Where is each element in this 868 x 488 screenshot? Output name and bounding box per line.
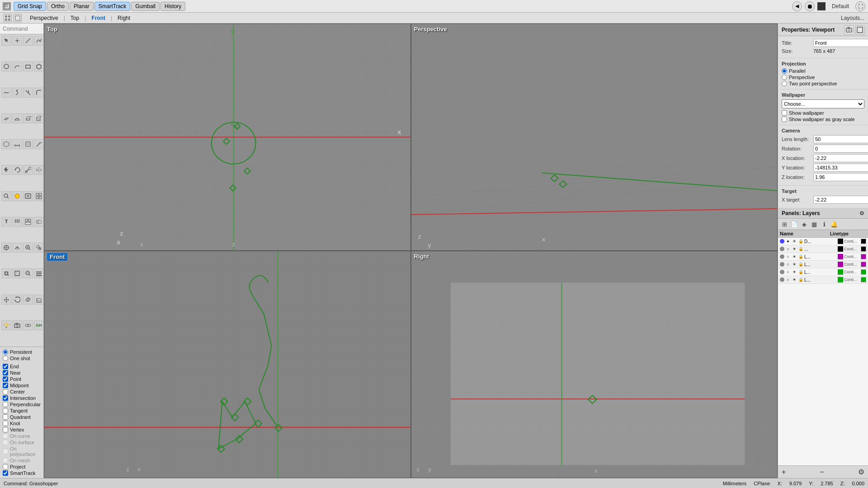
history-button[interactable]: History bbox=[160, 2, 185, 11]
zoom-tool[interactable] bbox=[23, 243, 33, 253]
layer-row[interactable]: ○ ☀ 🔒 L... Conti... bbox=[778, 276, 868, 284]
render-tool[interactable] bbox=[12, 191, 22, 201]
tangent-snap-check[interactable] bbox=[3, 408, 8, 413]
group-tool[interactable] bbox=[23, 217, 33, 227]
named-views-tool[interactable] bbox=[34, 191, 44, 201]
snap-tool[interactable] bbox=[1, 243, 11, 253]
intersection-snap-check[interactable] bbox=[3, 395, 8, 401]
smarttrack-snap-check[interactable] bbox=[3, 470, 8, 476]
oneshot-radio[interactable] bbox=[3, 356, 8, 361]
quadrant-snap-check[interactable] bbox=[3, 414, 8, 420]
trim-tool[interactable] bbox=[23, 88, 33, 98]
add-layer-button[interactable]: + bbox=[782, 468, 786, 476]
show-grayscale-check[interactable] bbox=[782, 117, 787, 122]
set-view-tool[interactable] bbox=[34, 295, 44, 305]
loft-tool[interactable] bbox=[12, 113, 22, 123]
tab-front[interactable]: Front bbox=[87, 14, 110, 22]
gumball-button[interactable]: Gumball bbox=[131, 2, 160, 11]
boolean-tool[interactable] bbox=[34, 217, 44, 227]
worksession-tool[interactable] bbox=[23, 320, 33, 330]
rect-tool[interactable] bbox=[23, 61, 33, 71]
fillet-tool[interactable] bbox=[34, 88, 44, 98]
point-snap-check[interactable] bbox=[3, 376, 8, 382]
viewport-top[interactable]: Top x y x z bbox=[44, 23, 411, 251]
vertex-snap-check[interactable] bbox=[3, 427, 8, 432]
project-snap-check[interactable] bbox=[3, 464, 8, 469]
polygon-tool[interactable] bbox=[34, 61, 44, 71]
layer-row[interactable]: ● ☀ 🔒 D... Conti... bbox=[778, 238, 868, 245]
layers-settings-icon[interactable]: ⚙ bbox=[859, 210, 864, 216]
props-camera-icon[interactable] bbox=[844, 25, 854, 34]
rotate-view-tool[interactable] bbox=[12, 295, 22, 305]
hatch-tool[interactable] bbox=[23, 139, 33, 149]
scale-tool[interactable] bbox=[23, 165, 33, 175]
yloc-input[interactable]: -14815.33 bbox=[813, 164, 868, 172]
pan-tool[interactable] bbox=[1, 295, 11, 305]
text-tool[interactable]: T bbox=[1, 217, 11, 227]
props-rect-icon[interactable] bbox=[855, 25, 864, 34]
layouts-button[interactable]: Layouts... bbox=[841, 15, 864, 21]
tab-right[interactable]: Right bbox=[113, 14, 135, 22]
midpoint-snap-check[interactable] bbox=[3, 383, 8, 388]
persistent-radio[interactable] bbox=[3, 349, 8, 355]
arc-tool[interactable] bbox=[12, 61, 22, 71]
perpendicular-snap-check[interactable] bbox=[3, 402, 8, 407]
perspective-radio[interactable] bbox=[782, 75, 787, 80]
curve-tool[interactable] bbox=[34, 36, 44, 46]
end-snap-check[interactable] bbox=[3, 364, 8, 369]
center-snap-check[interactable] bbox=[3, 389, 8, 394]
zoom-window-tool[interactable] bbox=[12, 268, 22, 278]
layer-row[interactable]: ○ ☀ 🔒 L... Conti... bbox=[778, 261, 868, 268]
parallel-radio[interactable] bbox=[782, 68, 787, 74]
color-swatch[interactable] bbox=[817, 2, 826, 10]
xtarget-input[interactable]: -2.22 bbox=[813, 196, 868, 204]
lens-input[interactable]: 50 bbox=[813, 135, 868, 143]
mesh-tool[interactable] bbox=[1, 139, 11, 149]
select-tool[interactable] bbox=[1, 36, 11, 46]
light-tool[interactable] bbox=[1, 320, 11, 330]
circle-tool[interactable] bbox=[1, 61, 11, 71]
array-tool[interactable] bbox=[12, 217, 22, 227]
tab-perspective[interactable]: Perspective bbox=[25, 14, 63, 22]
grasshopper-tool[interactable]: GH bbox=[34, 320, 44, 330]
layers-settings-button[interactable]: ⚙ bbox=[858, 468, 864, 476]
extrude-tool[interactable] bbox=[23, 113, 33, 123]
move-tool[interactable] bbox=[1, 165, 11, 175]
layer-row[interactable]: ○ ☀ 🔒 ... Conti... bbox=[778, 245, 868, 253]
zoom-lens-tool[interactable] bbox=[23, 268, 33, 278]
tab-rect-icon[interactable] bbox=[14, 14, 22, 22]
near-snap-check[interactable] bbox=[3, 370, 8, 375]
named-objects-tool[interactable] bbox=[34, 268, 44, 278]
surface-tool[interactable] bbox=[1, 113, 11, 123]
viewport-props-tool[interactable] bbox=[23, 191, 33, 201]
layers-tab-doc[interactable]: 📄 bbox=[790, 220, 799, 229]
freeform-tool[interactable] bbox=[1, 88, 11, 98]
wallpaper-dropdown[interactable]: Choose... bbox=[782, 99, 864, 108]
title-input[interactable] bbox=[813, 39, 868, 47]
rotation-input[interactable]: 0 bbox=[813, 145, 868, 153]
helix-tool[interactable] bbox=[12, 88, 22, 98]
tab-top[interactable]: Top bbox=[66, 14, 84, 22]
remove-layer-button[interactable]: − bbox=[820, 468, 824, 476]
command-input[interactable] bbox=[3, 26, 41, 32]
tab-grid-icon[interactable] bbox=[4, 14, 12, 22]
record-btn[interactable]: ⏺ bbox=[805, 1, 815, 11]
viewport-front[interactable]: Front bbox=[44, 251, 411, 478]
knot-snap-check[interactable] bbox=[3, 421, 8, 426]
line-tool[interactable] bbox=[23, 36, 33, 46]
layers-tab-bell[interactable]: 🔔 bbox=[830, 220, 839, 229]
smart-track-button[interactable]: SmartTrack bbox=[94, 2, 131, 11]
layers-tab-info[interactable]: ℹ bbox=[820, 220, 829, 229]
grid-snap-button[interactable]: Grid Snap bbox=[14, 2, 46, 11]
zloc-input[interactable]: 1.96 bbox=[813, 173, 868, 181]
zoom-all-tool[interactable] bbox=[34, 243, 44, 253]
layers-tab-display[interactable]: ▦ bbox=[810, 220, 819, 229]
rotate-tool[interactable] bbox=[12, 165, 22, 175]
back-btn[interactable]: ◀ bbox=[792, 1, 802, 11]
layers-tab-grid[interactable]: ⊞ bbox=[780, 220, 789, 229]
xloc-input[interactable]: -2.22 bbox=[813, 154, 868, 162]
cplane-tool[interactable] bbox=[12, 243, 22, 253]
expand-btn[interactable]: ⛶ bbox=[855, 1, 865, 11]
twopoint-radio[interactable] bbox=[782, 81, 787, 86]
window-icon[interactable] bbox=[3, 2, 11, 10]
